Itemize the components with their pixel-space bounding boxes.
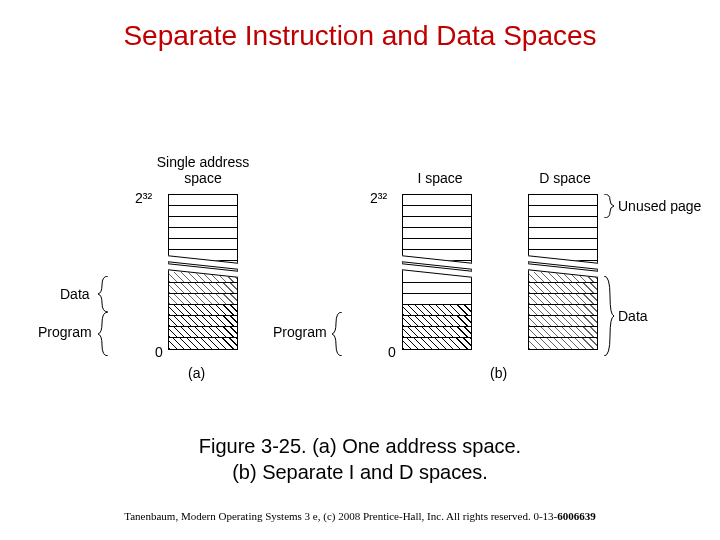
footer-citation: Tanenbaum, Modern Operating Systems 3 e,… — [0, 510, 720, 522]
figure-caption: Figure 3-25. (a) One address space. (b) … — [0, 433, 720, 485]
col-label-single-line2: space — [143, 170, 263, 186]
stack-ispace — [402, 194, 472, 350]
side-label-program-a: Program — [38, 324, 92, 340]
diagram: Single address space I space D space 2³²… — [60, 160, 700, 420]
axis-bottom-b: 0 — [388, 344, 396, 360]
brace-program-b — [332, 312, 344, 356]
page-title: Separate Instruction and Data Spaces — [0, 20, 720, 52]
side-label-program-b: Program — [273, 324, 327, 340]
brace-program-a — [98, 312, 110, 356]
side-label-data-a: Data — [60, 286, 90, 302]
stack-single — [168, 194, 238, 350]
brace-unused — [602, 194, 614, 218]
caption-line1: Figure 3-25. (a) One address space. — [0, 433, 720, 459]
col-label-dspace: D space — [525, 170, 605, 186]
side-label-unused: Unused page — [618, 198, 701, 214]
col-label-single-line1: Single address — [143, 154, 263, 170]
caption-line2: (b) Separate I and D spaces. — [0, 459, 720, 485]
sub-label-b: (b) — [490, 365, 507, 381]
brace-data-b — [602, 276, 614, 356]
axis-top-a: 2³² — [135, 190, 152, 206]
col-label-ispace: I space — [400, 170, 480, 186]
footer-isbn: 6006639 — [557, 510, 596, 522]
axis-bottom-a: 0 — [155, 344, 163, 360]
brace-data-a — [98, 276, 110, 312]
footer-text: Tanenbaum, Modern Operating Systems 3 e,… — [124, 510, 557, 522]
stack-dspace — [528, 194, 598, 350]
side-label-data-b: Data — [618, 308, 648, 324]
axis-top-b: 2³² — [370, 190, 387, 206]
sub-label-a: (a) — [188, 365, 205, 381]
